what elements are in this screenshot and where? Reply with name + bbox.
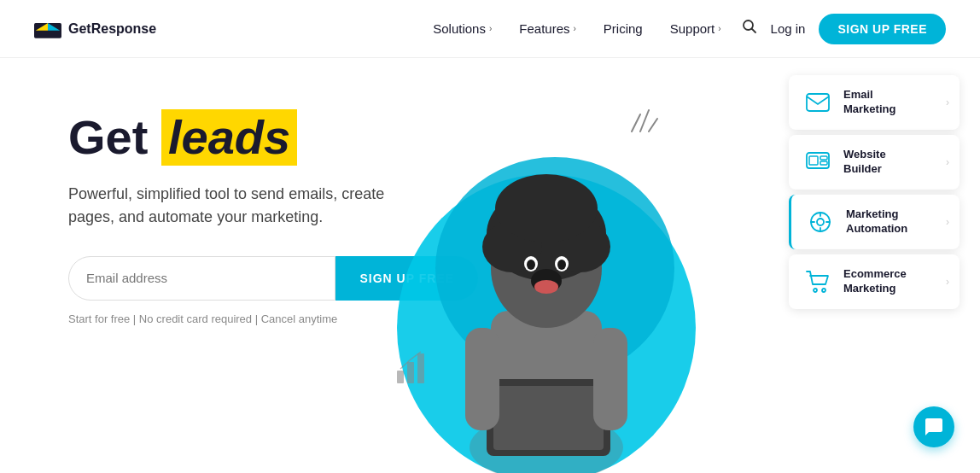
svg-rect-33	[809, 156, 818, 165]
marketing-automation-chevron: ›	[946, 216, 949, 228]
nav-support[interactable]: Support ›	[670, 21, 721, 36]
chat-icon	[924, 417, 944, 437]
svg-point-43	[822, 289, 825, 292]
card-marketing-automation[interactable]: Marketing Automation ›	[789, 195, 960, 249]
signup-nav-button[interactable]: SIGN UP FREE	[819, 14, 946, 44]
svg-rect-31	[807, 94, 829, 111]
website-builder-icon	[802, 147, 833, 178]
email-marketing-icon	[802, 87, 833, 118]
svg-rect-11	[397, 371, 404, 383]
svg-point-20	[495, 174, 598, 242]
card-website-builder[interactable]: Website Builder ›	[789, 135, 960, 190]
logo-icon	[34, 20, 61, 38]
email-input[interactable]	[68, 256, 335, 301]
svg-rect-34	[820, 156, 827, 160]
hero-person	[410, 114, 683, 473]
marketing-automation-label: Marketing Automation	[846, 207, 907, 236]
card-ecommerce-marketing[interactable]: Ecommerce Marketing ›	[789, 254, 960, 309]
nav-links: Solutions › Features › Pricing Support ›	[433, 21, 720, 36]
svg-rect-24	[593, 328, 627, 430]
ecommerce-marketing-label: Ecommerce Marketing	[843, 267, 907, 296]
nav-solutions[interactable]: Solutions ›	[433, 21, 492, 36]
svg-point-29	[527, 260, 535, 270]
search-icon[interactable]	[742, 19, 757, 38]
ecommerce-marketing-icon	[802, 266, 833, 297]
nav-features[interactable]: Features ›	[519, 21, 576, 36]
features-chevron: ›	[573, 24, 575, 33]
support-chevron: ›	[718, 24, 720, 33]
svg-rect-35	[820, 161, 827, 165]
ecommerce-marketing-chevron: ›	[946, 276, 949, 288]
svg-rect-23	[465, 328, 499, 430]
logo[interactable]: GetResponse	[34, 20, 156, 38]
svg-rect-22	[493, 386, 604, 450]
nav-actions: Log in SIGN UP FREE	[742, 14, 946, 44]
logo-text: GetResponse	[68, 21, 156, 37]
hero-center-image	[376, 97, 717, 473]
solutions-chevron: ›	[489, 24, 492, 33]
login-button[interactable]: Log in	[771, 21, 806, 36]
navbar: GetResponse Solutions › Features › Prici…	[0, 0, 980, 58]
svg-point-37	[817, 219, 824, 225]
svg-line-5	[751, 29, 755, 33]
marketing-automation-icon	[805, 207, 836, 237]
svg-point-42	[814, 289, 817, 292]
website-builder-label: Website Builder	[843, 148, 886, 177]
hero-right-cards: Email Marketing › Website Builder ›	[789, 75, 960, 309]
person-svg	[418, 123, 674, 473]
nav-pricing[interactable]: Pricing	[604, 21, 643, 36]
chat-button[interactable]	[913, 406, 954, 447]
headline-highlight: leads	[161, 109, 297, 166]
website-builder-chevron: ›	[946, 156, 949, 168]
email-marketing-chevron: ›	[946, 96, 949, 108]
hero-subtext: Powerful, simplified tool to send emails…	[68, 183, 427, 229]
svg-point-26	[534, 280, 558, 294]
svg-point-30	[557, 260, 566, 270]
email-marketing-label: Email Marketing	[843, 88, 895, 117]
hero-section: Get leads Powerful, simplified tool to s…	[0, 58, 980, 473]
card-email-marketing[interactable]: Email Marketing ›	[789, 75, 960, 130]
headline-prefix: Get	[68, 110, 161, 164]
